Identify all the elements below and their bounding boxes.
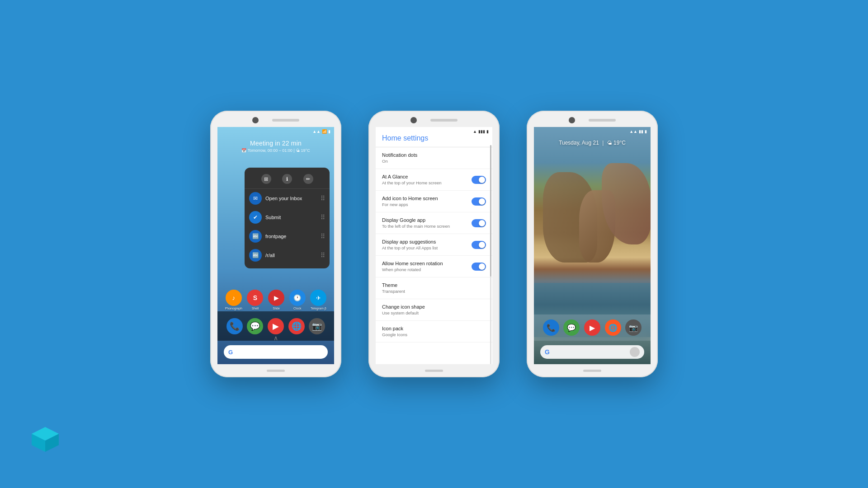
speaker-2 xyxy=(430,119,458,122)
shortcut-submit[interactable]: ✔ Submit ⠿ xyxy=(245,208,330,227)
wifi-icon-2: ▲ xyxy=(473,129,477,134)
dock3-chrome[interactable]: 🌐 xyxy=(605,319,621,336)
home-button-bar-1[interactable] xyxy=(267,370,285,372)
phone-3-dock: 📞 💬 ▶ 🌐 📷 xyxy=(534,314,651,341)
setting-icon-shape[interactable]: Change icon shape Use system default xyxy=(376,299,492,321)
camera-3 xyxy=(569,117,575,123)
clock-label: Clock xyxy=(293,307,302,310)
date-widget: Tuesday, Aug 21 | 🌤 19°C xyxy=(534,140,651,146)
edit-icon[interactable]: ✏ xyxy=(303,174,313,184)
setting-theme[interactable]: Theme Transparent xyxy=(376,277,492,299)
setting-app-suggestions[interactable]: Display app suggestions At the top of yo… xyxy=(376,234,492,256)
dock3-camera[interactable]: 📷 xyxy=(625,319,642,336)
setting-notification-dots[interactable]: Notification dots On xyxy=(376,147,492,169)
setting-add-icon-title: Add icon to Home screen xyxy=(382,196,472,201)
dock-messages[interactable]: 💬 xyxy=(247,318,263,334)
setting-theme-text: Theme Transparent xyxy=(382,282,486,294)
drag-icon-3: ⠿ xyxy=(321,233,325,240)
phone-3: ▲▲ ▮▮ ▮ Tuesday, Aug 21 | 🌤 19°C 📞 xyxy=(527,111,658,377)
setting-rotation-text: Allow Home screen rotation When phone ro… xyxy=(382,261,472,272)
date-separator: | xyxy=(602,140,604,146)
phone-2: ▲ ▮▮▮ ▮ Home settings Notification dots … xyxy=(368,111,500,377)
signal-icon-2: ▮▮▮ xyxy=(478,129,485,134)
dock-phone[interactable]: 📞 xyxy=(226,318,243,334)
phone-1-top xyxy=(210,111,341,123)
setting-app-suggestions-text: Display app suggestions At the top of yo… xyxy=(382,239,472,250)
drag-icon: ⠿ xyxy=(321,195,325,202)
dock3-phone[interactable]: 📞 xyxy=(543,319,559,336)
grid-icon[interactable]: ⊞ xyxy=(261,174,271,184)
shortcuts-popup[interactable]: ⊞ ℹ ✏ ✉ Open your Inbox ⠿ ✔ Submit ⠿ xyxy=(245,168,330,268)
shortcut-inbox-label: Open your Inbox xyxy=(265,196,317,201)
dock-play[interactable]: ▶ xyxy=(268,318,284,334)
app-shell[interactable]: S Shell xyxy=(247,290,263,310)
setting-display-google-subtitle: To the left of the main Home screen xyxy=(382,224,472,229)
scrollbar[interactable] xyxy=(490,145,491,364)
setting-icon-pack[interactable]: Icon pack Google Icons xyxy=(376,321,492,343)
phone-3-top xyxy=(527,111,658,123)
setting-theme-subtitle: Transparent xyxy=(382,289,486,294)
setting-notification-dots-subtitle: On xyxy=(382,159,486,164)
setting-at-a-glance-subtitle: At the top of your Home screen xyxy=(382,180,472,185)
search-bar-1[interactable]: G xyxy=(224,345,328,359)
status-bar-2: ▲ ▮▮▮ ▮ xyxy=(376,127,492,136)
app-phonograph[interactable]: ♪ Phonograph xyxy=(225,290,242,310)
at-a-glance-widget: Meeting in 22 min 📅 Tomorrow, 00:00 – 01… xyxy=(217,140,334,153)
home-button-bar-2[interactable] xyxy=(425,370,443,372)
drag-icon-4: ⠿ xyxy=(321,252,325,259)
shortcut-inbox[interactable]: ✉ Open your Inbox ⠿ xyxy=(245,189,330,208)
app-grid: ♪ Phonograph S Shell ▶ Slide xyxy=(217,290,334,310)
dock-chrome[interactable]: 🌐 xyxy=(288,318,305,334)
display-google-toggle[interactable] xyxy=(472,219,486,227)
setting-notification-dots-text: Notification dots On xyxy=(382,152,486,164)
shortcut-rall[interactable]: 🔤 /r/all ⠿ xyxy=(245,246,330,265)
shortcut-frontpage[interactable]: 🔤 frontpage ⠿ xyxy=(245,227,330,246)
home-button-bar-3[interactable] xyxy=(583,370,601,372)
app-suggestions-toggle[interactable] xyxy=(472,241,486,249)
setting-display-google[interactable]: Display Google app To the left of the ma… xyxy=(376,212,492,234)
setting-notification-dots-title: Notification dots xyxy=(382,152,486,158)
shortcuts-header: ⊞ ℹ ✏ xyxy=(245,171,330,189)
meeting-detail: 📅 Tomorrow, 00:00 – 01:00 | 🌤 19°C xyxy=(217,148,334,153)
status-bar-1: ▲▲ 📶 ▮ xyxy=(217,127,334,136)
setting-icon-shape-subtitle: Use system default xyxy=(382,310,486,315)
meeting-title: Meeting in 22 min xyxy=(217,140,334,147)
rotation-toggle[interactable] xyxy=(472,263,486,271)
shortcut-submit-label: Submit xyxy=(265,215,317,220)
dock3-play[interactable]: ▶ xyxy=(584,319,600,336)
add-icon-toggle[interactable] xyxy=(472,197,486,206)
setting-rotation[interactable]: Allow Home screen rotation When phone ro… xyxy=(376,256,492,277)
battery-icon: ▮ xyxy=(328,129,330,134)
setting-icon-pack-title: Icon pack xyxy=(382,326,486,331)
battery-icon-3: ▮ xyxy=(645,129,647,134)
phone-3-screen: ▲▲ ▮▮ ▮ Tuesday, Aug 21 | 🌤 19°C 📞 xyxy=(534,127,651,364)
signal-icon: 📶 xyxy=(322,129,327,134)
google-g-icon: G xyxy=(228,349,233,356)
search-bar-3[interactable]: G xyxy=(540,345,644,359)
info-icon[interactable]: ℹ xyxy=(282,174,292,184)
at-a-glance-toggle[interactable] xyxy=(472,176,486,184)
app-clock[interactable]: 🕐 Clock xyxy=(289,290,306,310)
dock3-messages[interactable]: 💬 xyxy=(563,319,580,336)
phone-2-screen: ▲ ▮▮▮ ▮ Home settings Notification dots … xyxy=(376,127,492,364)
camera-1 xyxy=(252,117,259,123)
app-slide[interactable]: ▶ Slide xyxy=(268,290,284,310)
date-label: Tuesday, Aug 21 xyxy=(559,140,599,146)
setting-theme-title: Theme xyxy=(382,282,486,288)
setting-at-a-glance[interactable]: At A Glance At the top of your Home scre… xyxy=(376,169,492,191)
scrollbar-thumb xyxy=(490,145,491,277)
cube-svg xyxy=(27,416,63,452)
phonograph-icon: ♪ xyxy=(226,290,242,306)
weather-icon-3: 🌤 xyxy=(607,140,612,145)
logo-cube xyxy=(27,416,63,452)
shell-icon: S xyxy=(247,290,263,306)
app-telegram[interactable]: ✈ Telegram β xyxy=(310,290,326,310)
setting-add-icon[interactable]: Add icon to Home screen For new apps xyxy=(376,191,492,212)
setting-display-google-title: Display Google app xyxy=(382,217,472,223)
inbox-icon: ✉ xyxy=(249,192,262,205)
dock-bar: 📞 💬 ▶ 🌐 📷 xyxy=(217,311,334,341)
search-mic-icon xyxy=(630,347,640,357)
rall-icon: 🔤 xyxy=(249,249,262,262)
shell-label: Shell xyxy=(252,307,259,310)
dock-camera[interactable]: 📷 xyxy=(309,318,325,334)
